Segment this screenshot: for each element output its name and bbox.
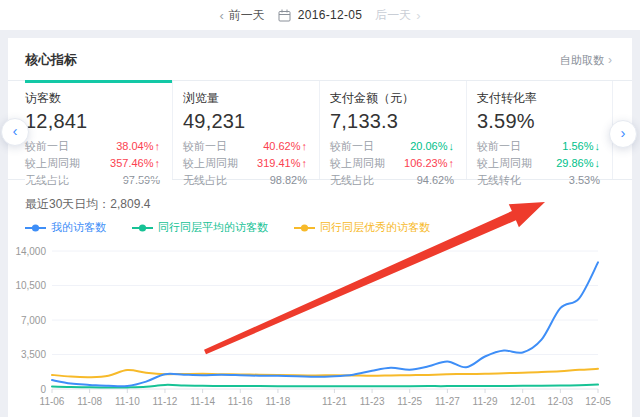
metric-sub-value: 20.06%↓ (410, 138, 454, 155)
y-axis-tick-label: 14,000 (15, 246, 46, 257)
metric-sub-label: 较上周同期 (25, 155, 80, 172)
x-axis-tick-label: 11-21 (322, 396, 347, 407)
up-arrow-icon: ↑ (155, 157, 161, 169)
self-service-data-label: 自助取数 (560, 53, 604, 68)
x-axis-tick-label: 11-25 (397, 396, 422, 407)
metric-card-3[interactable]: 支付转化率3.59%较前一日1.56%↓较上周同期29.86%↓无线转化3.53… (466, 81, 613, 179)
metric-sub-label: 无线占比 (183, 172, 227, 189)
date-navigation-bar: ‹ 前一天 2016-12-05 后一天 › (0, 0, 640, 30)
legend-line-marker-icon (294, 223, 315, 233)
down-arrow-icon: ↓ (449, 140, 455, 152)
metric-title: 支付转化率 (477, 90, 600, 107)
metric-sub-row: 无线占比97.59% (25, 172, 160, 189)
metric-sub-row: 无线占比94.62% (330, 172, 454, 189)
metric-sub-label: 较前一日 (183, 138, 227, 155)
up-arrow-icon: ↑ (302, 140, 308, 152)
metric-sub-value: 97.59% (123, 172, 160, 189)
metric-value: 7,133.3 (330, 110, 454, 133)
metric-sub-label: 无线占比 (25, 172, 69, 189)
metric-title: 浏览量 (183, 90, 307, 107)
legend-item-2[interactable]: 同行同层优秀的访客数 (294, 220, 430, 235)
self-service-data-link[interactable]: 自助取数 › (560, 53, 612, 68)
metric-title: 支付金额（元） (330, 90, 454, 107)
x-axis-tick-label: 11-08 (77, 396, 102, 407)
x-axis-tick-label: 11-23 (360, 396, 385, 407)
prev-day-button[interactable]: ‹ 前一天 (219, 7, 264, 24)
metric-sub-row: 无线转化3.53% (477, 172, 600, 189)
chart-average-label: 最近30天日均：2,809.4 (25, 196, 632, 213)
metric-sub-row: 较前一日38.04%↑ (25, 138, 160, 155)
metric-sub-value: 38.04%↑ (116, 138, 160, 155)
metric-sub-label: 较上周同期 (477, 155, 532, 172)
legend-label: 我的访客数 (51, 220, 106, 235)
metric-card-2[interactable]: 支付金额（元）7,133.3较前一日20.06%↓较上周同期106.23%↑无线… (319, 81, 466, 179)
metric-sub-label: 较前一日 (25, 138, 69, 155)
x-axis-tick-label: 12-03 (548, 396, 574, 407)
visitors-line-chart: 03,5007,00010,50014,00011-0611-0811-1011… (8, 239, 632, 417)
metric-sub-row: 较上周同期106.23%↑ (330, 155, 454, 172)
x-axis-tick-label: 11-14 (190, 396, 215, 407)
up-arrow-icon: ↑ (302, 157, 308, 169)
metric-sub-label: 较前一日 (330, 138, 374, 155)
metric-sub-value: 98.82% (270, 172, 307, 189)
metric-cards-row: 访客数12,841较前一日38.04%↑较上周同期357.46%↑无线占比97.… (8, 80, 632, 180)
metric-title: 访客数 (25, 90, 160, 107)
x-axis-tick-label: 12-01 (510, 396, 536, 407)
metric-sub-value: 1.56%↓ (562, 138, 600, 155)
core-metrics-panel: 核心指标 自助取数 › 访客数12,841较前一日38.04%↑较上周同期357… (8, 38, 632, 417)
trend-chart-section: 最近30天日均：2,809.4 我的访客数同行同层平均的访客数同行同层优秀的访客… (8, 196, 632, 417)
metric-sub-value: 29.86%↓ (556, 155, 600, 172)
legend-label: 同行同层优秀的访客数 (320, 220, 430, 235)
metric-card-1[interactable]: 浏览量49,231较前一日40.62%↑较上周同期319.41%↑无线占比98.… (172, 81, 319, 179)
y-axis-tick-label: 10,500 (15, 280, 46, 291)
calendar-icon (278, 9, 291, 22)
chevron-right-icon: › (416, 8, 420, 23)
metric-card-0[interactable]: 访客数12,841较前一日38.04%↑较上周同期357.46%↑无线占比97.… (25, 81, 172, 179)
legend-line-marker-icon (132, 223, 153, 233)
up-arrow-icon: ↑ (155, 140, 161, 152)
legend-item-1[interactable]: 同行同层平均的访客数 (132, 220, 268, 235)
x-axis-tick-label: 11-18 (266, 396, 291, 407)
metric-sub-row: 较前一日1.56%↓ (477, 138, 600, 155)
up-arrow-icon: ↑ (449, 157, 455, 169)
panel-header: 核心指标 自助取数 › (8, 38, 632, 80)
section-title: 核心指标 (25, 51, 77, 69)
down-arrow-icon: ↓ (595, 157, 601, 169)
current-date[interactable]: 2016-12-05 (298, 8, 362, 22)
x-axis-tick-label: 11-27 (435, 396, 460, 407)
legend-item-0[interactable]: 我的访客数 (25, 220, 106, 235)
x-axis-tick-label: 11-29 (473, 396, 498, 407)
legend-line-marker-icon (25, 223, 46, 233)
x-axis-tick-label: 12-05 (585, 396, 611, 407)
x-axis-tick-label: 11-12 (153, 396, 178, 407)
prev-day-label: 前一天 (229, 7, 265, 24)
metric-sub-row: 较上周同期357.46%↑ (25, 155, 160, 172)
metric-value: 12,841 (25, 110, 160, 133)
carousel-next-button[interactable]: › (609, 120, 637, 148)
next-day-button[interactable]: 后一天 › (375, 7, 420, 24)
x-axis-tick-label: 11-16 (228, 396, 253, 407)
legend-label: 同行同层平均的访客数 (158, 220, 268, 235)
x-axis-tick-label: 11-10 (115, 396, 140, 407)
metric-sub-row: 较上周同期29.86%↓ (477, 155, 600, 172)
metric-sub-label: 较上周同期 (183, 155, 238, 172)
metric-sub-row: 较前一日40.62%↑ (183, 138, 307, 155)
metric-sub-label: 较前一日 (477, 138, 521, 155)
next-day-label: 后一天 (375, 7, 411, 24)
x-axis-tick-label: 11-06 (40, 396, 65, 407)
metric-sub-value: 319.41%↑ (257, 155, 307, 172)
metric-sub-value: 3.53% (569, 172, 600, 189)
metric-sub-label: 较上周同期 (330, 155, 385, 172)
down-arrow-icon: ↓ (595, 140, 601, 152)
chevron-right-icon: › (608, 53, 612, 67)
carousel-prev-button[interactable]: ‹ (1, 118, 29, 146)
chevron-left-icon: ‹ (219, 8, 223, 23)
metric-sub-value: 40.62%↑ (263, 138, 307, 155)
metric-sub-row: 无线占比98.82% (183, 172, 307, 189)
metric-sub-value: 94.62% (417, 172, 454, 189)
y-axis-tick-label: 7,000 (21, 315, 46, 326)
metric-value: 3.59% (477, 110, 600, 133)
chart-legend: 我的访客数同行同层平均的访客数同行同层优秀的访客数 (25, 220, 632, 235)
metric-sub-value: 106.23%↑ (404, 155, 454, 172)
metric-sub-value: 357.46%↑ (110, 155, 160, 172)
